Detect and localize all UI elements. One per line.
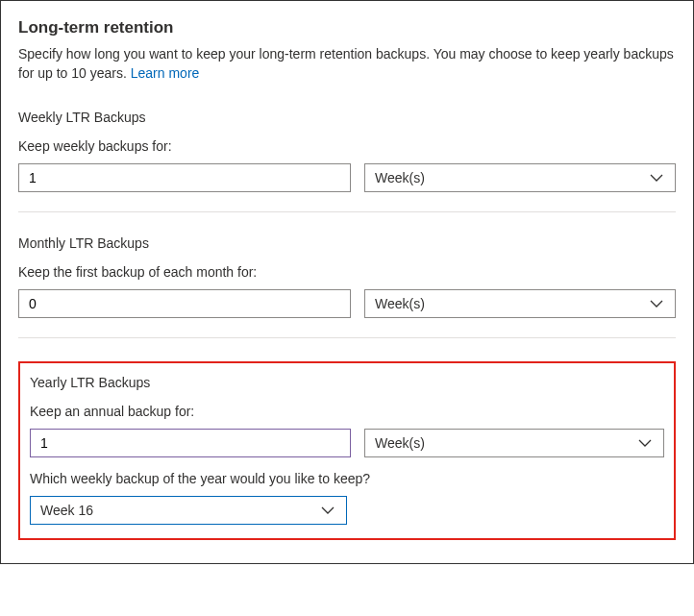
panel-title: Long-term retention [18, 18, 676, 37]
yearly-unit-text: Week(s) [375, 435, 425, 451]
description-text: Specify how long you want to keep your l… [18, 46, 674, 81]
weekly-heading: Weekly LTR Backups [18, 110, 676, 125]
monthly-value-input[interactable] [18, 289, 351, 318]
chevron-down-icon [638, 439, 652, 447]
yearly-value-input[interactable] [30, 429, 351, 457]
yearly-row: Week(s) [30, 429, 664, 457]
weekly-label: Keep weekly backups for: [18, 138, 676, 154]
learn-more-link[interactable]: Learn more [131, 65, 200, 81]
monthly-row: Week(s) [18, 289, 676, 318]
yearly-unit-wrap: Week(s) [364, 429, 664, 457]
monthly-heading: Monthly LTR Backups [18, 235, 676, 251]
panel-description: Specify how long you want to keep your l… [18, 45, 676, 83]
yearly-label: Keep an annual backup for: [30, 404, 664, 419]
weekly-value-input[interactable] [18, 163, 351, 192]
weekly-unit-select[interactable]: Week(s) [364, 163, 676, 192]
monthly-unit-select[interactable]: Week(s) [364, 289, 676, 318]
monthly-label: Keep the first backup of each month for: [18, 264, 676, 280]
monthly-unit-wrap: Week(s) [364, 289, 676, 318]
yearly-which-row: Week 16 [30, 496, 664, 525]
monthly-unit-text: Week(s) [375, 296, 425, 311]
chevron-down-icon [650, 300, 663, 308]
yearly-unit-select[interactable]: Week(s) [364, 429, 664, 457]
weekly-unit-wrap: Week(s) [364, 163, 676, 192]
ltr-panel: Long-term retention Specify how long you… [0, 0, 694, 564]
yearly-heading: Yearly LTR Backups [30, 375, 664, 390]
divider [18, 337, 676, 338]
yearly-which-label: Which weekly backup of the year would yo… [30, 471, 664, 486]
yearly-which-select[interactable]: Week 16 [30, 496, 347, 525]
chevron-down-icon [321, 506, 335, 514]
divider [18, 211, 676, 212]
weekly-row: Week(s) [18, 163, 676, 192]
yearly-highlight: Yearly LTR Backups Keep an annual backup… [18, 361, 676, 540]
chevron-down-icon [650, 174, 663, 182]
weekly-unit-text: Week(s) [375, 170, 425, 185]
yearly-which-text: Week 16 [40, 503, 93, 518]
